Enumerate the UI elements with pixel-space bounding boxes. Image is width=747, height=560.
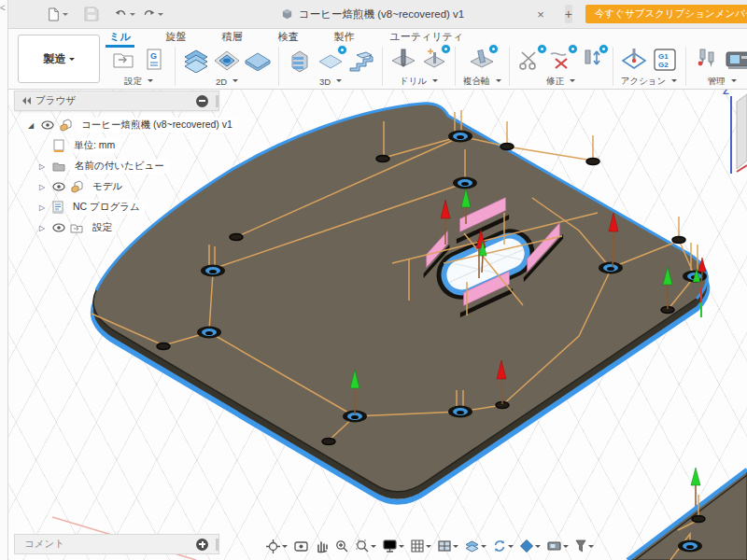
browser-tree: ◢ コーヒー焙煎機 (v8~recovered) v1 単位: mm ▷ 名前の…: [14, 115, 238, 238]
redo-caret-icon: [158, 13, 163, 19]
face-button[interactable]: [245, 48, 271, 74]
expand-icon[interactable]: ▷: [36, 224, 48, 232]
document-title: コーヒー焙煎機 (v8~recovered) v1: [299, 7, 464, 21]
grid-display-button[interactable]: [409, 538, 432, 554]
display-settings-caret-icon: [399, 545, 404, 551]
root-component-label[interactable]: コーヒー焙煎機 (v8~recovered) v1: [77, 118, 237, 133]
view-cube[interactable]: Z: [723, 89, 747, 174]
tree-row-units[interactable]: 単位: mm: [14, 135, 238, 156]
tab-fabrication[interactable]: 製作: [331, 29, 359, 45]
model-label[interactable]: モデル: [88, 179, 127, 194]
display-settings-button[interactable]: [381, 538, 405, 554]
zoom-button[interactable]: [333, 538, 350, 554]
collapse-panel-icon[interactable]: [21, 97, 31, 105]
group-3d: 3D: [280, 45, 381, 88]
eye-icon[interactable]: [41, 120, 54, 130]
machine-display-button[interactable]: [545, 539, 570, 553]
look-at-button[interactable]: [292, 539, 310, 554]
minimize-panel-icon[interactable]: [196, 95, 208, 107]
2d-contour-button[interactable]: [214, 48, 240, 74]
nc-programs-label[interactable]: NC プログラム: [68, 200, 145, 215]
visibility-filter-button[interactable]: [573, 538, 595, 554]
flat-toolpath-button[interactable]: [317, 48, 344, 74]
steep-shallow-button[interactable]: [348, 48, 374, 74]
machine-library-button[interactable]: [725, 47, 747, 73]
grid-display-caret-icon: [426, 545, 431, 551]
expand-icon[interactable]: ▷: [36, 203, 48, 212]
group-setup-label[interactable]: 設定: [124, 76, 153, 88]
orbit-button[interactable]: [264, 538, 289, 555]
new-tab-button[interactable]: +: [565, 5, 572, 23]
group-2d-label[interactable]: 2D: [216, 77, 238, 87]
pan-button[interactable]: [314, 538, 330, 554]
gcode-document-button[interactable]: G: [141, 47, 167, 73]
browser-header[interactable]: ブラウザ: [14, 91, 219, 111]
adjacent-window-edge: <: [0, 0, 8, 560]
extension-badge-icon: [337, 45, 347, 55]
isolate-button[interactable]: [518, 538, 542, 554]
visibility-filter-caret-icon: [588, 545, 594, 551]
group-drill-label[interactable]: ドリル: [400, 76, 438, 88]
expand-icon[interactable]: ▷: [36, 162, 48, 171]
file-menu-button[interactable]: [48, 4, 68, 24]
tree-row-root[interactable]: ◢ コーヒー焙煎機 (v8~recovered) v1: [14, 115, 238, 135]
multiaxis-button[interactable]: [469, 47, 495, 73]
zoom-window-button[interactable]: [354, 538, 377, 554]
edit-links-button[interactable]: [579, 47, 605, 73]
save-button[interactable]: [81, 4, 102, 24]
panel-grip[interactable]: [216, 539, 218, 551]
drill-extension-button[interactable]: [421, 47, 447, 73]
group-manage: 管理: [687, 45, 747, 88]
app-launcher-icon[interactable]: [20, 4, 40, 24]
tree-row-model[interactable]: ▷ モデル: [14, 176, 238, 197]
extension-badge-icon: [537, 44, 547, 54]
group-multiaxis-label[interactable]: 複合軸: [463, 76, 501, 88]
add-comment-icon[interactable]: [196, 539, 208, 551]
post-process-button[interactable]: G1G2: [652, 47, 678, 73]
group-setup: G 設定: [104, 45, 174, 88]
extension-badge-icon: [568, 44, 578, 54]
tab-turning[interactable]: 旋盤: [162, 29, 190, 45]
probe-button[interactable]: [621, 47, 647, 73]
redo-button[interactable]: [143, 4, 163, 24]
second-plate[interactable]: [627, 469, 747, 560]
named-views-label[interactable]: 名前の付いたビュー: [70, 159, 169, 174]
tab-inspection[interactable]: 検査: [275, 29, 303, 45]
extension-badge-icon: [599, 44, 609, 54]
undo-button[interactable]: [115, 4, 135, 24]
setups-label[interactable]: 設定: [88, 220, 117, 235]
adaptive-clearing-button[interactable]: [287, 48, 313, 74]
document-tab[interactable]: コーヒー焙煎機 (v8~recovered) v1 ×: [274, 0, 552, 28]
panel-grip[interactable]: [216, 95, 218, 107]
tree-row-setups[interactable]: ▷ 設定: [14, 217, 238, 238]
tree-row-named-views[interactable]: ▷ 名前の付いたビュー: [14, 156, 238, 176]
tab-utilities[interactable]: ユーティリティ: [387, 29, 468, 45]
workspace-switcher[interactable]: 製造: [18, 35, 100, 83]
tree-row-nc-programs[interactable]: ▷ NC プログラム: [14, 197, 238, 217]
toolpath-display-button[interactable]: [463, 539, 487, 554]
subscribe-button[interactable]: 今すぐサブスクリプションメンバーに...: [585, 5, 747, 23]
browser-title: ブラウザ: [35, 94, 196, 107]
comment-panel[interactable]: コメント: [14, 534, 219, 554]
tab-additive[interactable]: 積層: [218, 29, 247, 45]
viewports-button[interactable]: [436, 539, 459, 553]
tab-close-button[interactable]: ×: [537, 7, 544, 21]
machine-display-caret-icon: [563, 545, 569, 551]
group-modify-label[interactable]: 修正: [546, 76, 575, 88]
drill-button[interactable]: [390, 47, 416, 73]
eye-icon[interactable]: [52, 223, 65, 232]
expand-icon[interactable]: ◢: [25, 121, 36, 130]
trim-toolpath-button[interactable]: [517, 47, 543, 73]
group-manage-label[interactable]: 管理: [708, 76, 737, 88]
tool-library-button[interactable]: [694, 47, 720, 73]
eye-icon[interactable]: [52, 182, 65, 191]
units-label[interactable]: 単位: mm: [69, 138, 120, 153]
setup-button[interactable]: [110, 47, 136, 73]
z-axis-label: Z: [723, 89, 729, 96]
expand-icon[interactable]: ▷: [36, 183, 48, 191]
2d-pocket-button[interactable]: [183, 48, 209, 74]
group-actions-label[interactable]: アクション: [621, 76, 678, 88]
delete-passes-button[interactable]: [548, 47, 574, 73]
regenerate-button[interactable]: [491, 538, 514, 554]
group-3d-label[interactable]: 3D: [319, 77, 342, 87]
